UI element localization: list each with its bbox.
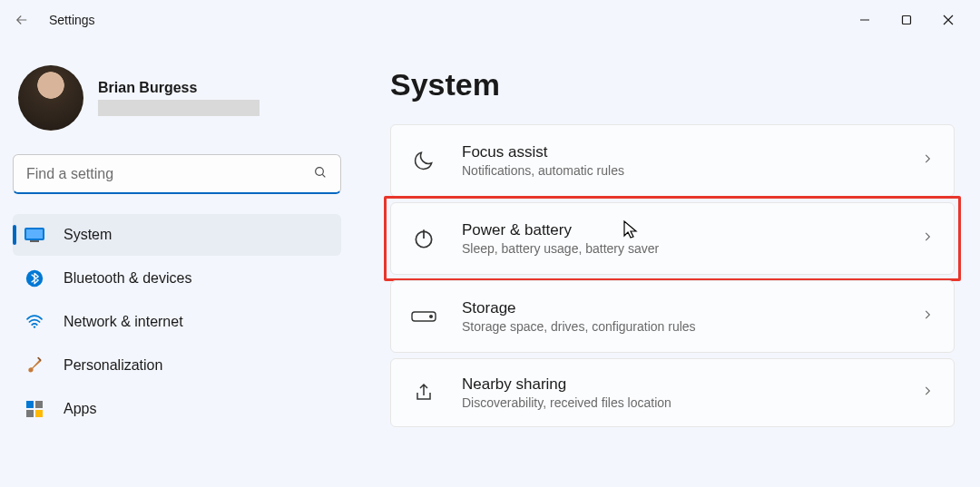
svg-point-16 [430,316,433,318]
sidebar-item-label: System [64,227,112,243]
card-nearby-sharing[interactable]: Nearby sharing Discoverability, received… [390,358,955,427]
maximize-button[interactable] [886,5,927,34]
chevron-right-icon [921,308,934,325]
apps-icon [24,398,45,420]
svg-rect-6 [26,229,43,239]
app-title: Settings [49,13,95,27]
card-focus-assist[interactable]: Focus assist Notifications, automatic ru… [390,124,955,197]
profile-text: Brian Burgess [98,80,260,116]
sidebar-item-apps[interactable]: Apps [13,388,341,430]
svg-rect-11 [26,410,34,417]
minimize-icon [859,15,870,25]
storage-icon [411,304,436,329]
card-text: Power & battery Sleep, battery usage, ba… [462,221,659,256]
sidebar-item-label: Apps [64,401,96,417]
card-title: Storage [462,299,696,317]
svg-rect-12 [35,410,43,417]
back-button[interactable] [11,9,33,31]
avatar [18,65,83,131]
svg-rect-5 [30,240,39,242]
sidebar-item-personalization[interactable]: Personalization [13,345,341,386]
sidebar: Brian Burgess System Bluetooth & devi [0,40,354,487]
card-power-battery[interactable]: Power & battery Sleep, battery usage, ba… [390,202,955,275]
card-subtitle: Notifications, automatic rules [462,163,624,178]
card-subtitle: Sleep, battery usage, battery saver [462,241,659,256]
sidebar-item-label: Network & internet [64,314,183,330]
card-list: Focus assist Notifications, automatic ru… [390,124,955,427]
page-title: System [390,67,955,102]
bluetooth-icon [24,268,45,289]
search-icon [313,165,328,183]
chevron-right-icon [921,152,934,169]
card-text: Storage Storage space, drives, configura… [462,299,696,334]
profile-row[interactable]: Brian Burgess [13,58,341,147]
card-title: Power & battery [462,221,659,239]
svg-rect-1 [903,16,911,24]
svg-line-3 [322,174,325,177]
minimize-button[interactable] [844,5,886,34]
chevron-right-icon [921,385,934,401]
nav-list: System Bluetooth & devices Network & int… [13,214,341,430]
profile-email-redacted [98,100,260,116]
arrow-left-icon [14,12,30,28]
content: System Focus assist Notifications, autom… [354,40,980,487]
card-title: Focus assist [462,143,624,161]
sidebar-item-label: Personalization [64,357,162,374]
close-icon [943,15,954,25]
sidebar-item-network[interactable]: Network & internet [13,301,341,343]
card-text: Nearby sharing Discoverability, received… [462,375,671,410]
sidebar-item-bluetooth[interactable]: Bluetooth & devices [13,258,341,299]
svg-rect-10 [35,401,43,408]
card-subtitle: Discoverability, received files location [462,395,671,410]
card-text: Focus assist Notifications, automatic ru… [462,143,624,178]
wifi-icon [24,311,45,333]
brush-icon [24,355,45,376]
profile-name: Brian Burgess [98,80,260,96]
titlebar: Settings [0,0,980,40]
search-field[interactable] [13,154,341,194]
share-icon [411,380,436,405]
svg-point-8 [34,326,35,327]
sidebar-item-system[interactable]: System [13,214,341,256]
svg-point-2 [316,167,324,175]
chevron-right-icon [921,230,934,247]
main-layout: Brian Burgess System Bluetooth & devi [0,40,980,487]
close-button[interactable] [927,5,969,34]
maximize-icon [901,15,912,25]
caption-controls [844,5,969,34]
search-input[interactable] [26,166,313,182]
card-storage[interactable]: Storage Storage space, drives, configura… [390,280,955,353]
card-subtitle: Storage space, drives, configuration rul… [462,319,696,334]
moon-icon [411,148,436,173]
system-icon [24,224,45,246]
svg-rect-9 [26,401,34,408]
power-icon [411,226,436,251]
card-title: Nearby sharing [462,375,671,394]
sidebar-item-label: Bluetooth & devices [64,270,191,287]
